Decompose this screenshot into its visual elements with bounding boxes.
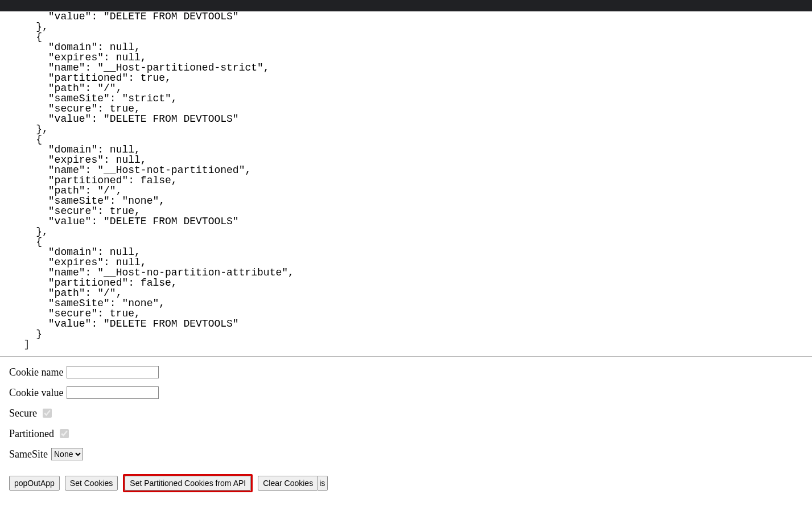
- cookie-value-input[interactable]: [67, 386, 159, 399]
- set-partitioned-cookies-button[interactable]: Set Partitioned Cookies from API: [125, 476, 251, 491]
- cookie-name-row: Cookie name: [9, 366, 803, 378]
- json-output-container: "value": "DELETE FROM DEVTOOLS" }, { "do…: [0, 11, 812, 357]
- secure-checkbox[interactable]: [43, 409, 52, 418]
- json-output: "value": "DELETE FROM DEVTOOLS" }, { "do…: [0, 11, 812, 353]
- partial-button-fragment: is: [318, 476, 328, 491]
- clear-cookies-button[interactable]: Clear Cookies: [258, 476, 318, 491]
- partitioned-label: Partitioned: [9, 428, 54, 440]
- cookie-name-label: Cookie name: [9, 366, 63, 378]
- set-cookies-button[interactable]: Set Cookies: [65, 476, 118, 491]
- secure-row: Secure: [9, 407, 803, 419]
- samesite-label: SameSite: [9, 448, 48, 460]
- cookie-value-row: Cookie value: [9, 386, 803, 399]
- partitioned-row: Partitioned: [9, 427, 803, 440]
- popout-button[interactable]: popOutApp: [9, 476, 60, 491]
- secure-label: Secure: [9, 407, 37, 419]
- highlight-annotation: Set Partitioned Cookies from API: [123, 474, 253, 492]
- cookie-form: Cookie name Cookie value Secure Partitio…: [0, 357, 812, 474]
- button-row: popOutApp Set Cookies Set Partitioned Co…: [0, 474, 812, 501]
- browser-titlebar: [0, 0, 812, 11]
- samesite-select[interactable]: None: [51, 448, 83, 460]
- cookie-value-label: Cookie value: [9, 387, 63, 399]
- partitioned-checkbox[interactable]: [60, 429, 69, 438]
- cookie-name-input[interactable]: [67, 366, 159, 378]
- samesite-row: SameSite None: [9, 448, 803, 460]
